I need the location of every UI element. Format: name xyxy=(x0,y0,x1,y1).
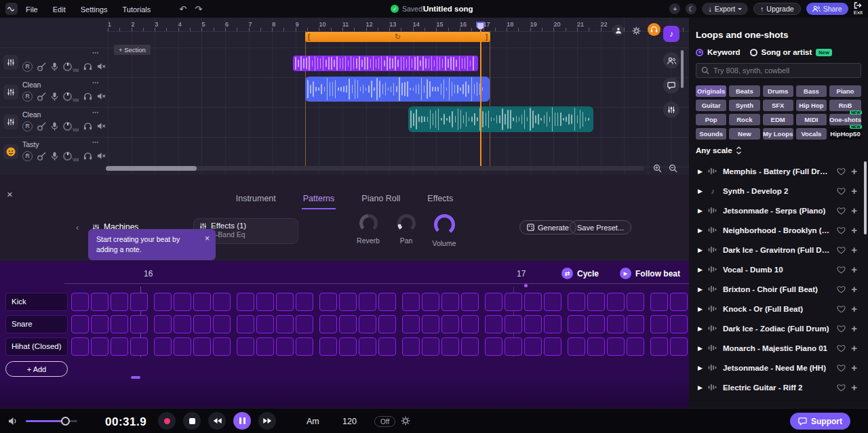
beat-cell[interactable] xyxy=(544,337,561,356)
guitar-icon[interactable] xyxy=(37,122,46,131)
category-beats[interactable]: Beats xyxy=(729,85,760,97)
beat-cell[interactable] xyxy=(256,315,274,333)
playhead[interactable] xyxy=(480,30,481,167)
beat-cell[interactable] xyxy=(607,337,625,356)
track-volume-knob[interactable] xyxy=(63,62,72,71)
beat-cell[interactable] xyxy=(130,315,148,333)
play-icon[interactable]: ▶ xyxy=(698,345,703,352)
solo-headphones-icon[interactable] xyxy=(83,62,92,71)
beat-cell[interactable] xyxy=(256,293,274,311)
loop-end-bracket[interactable]: ] xyxy=(486,33,488,41)
category-piano[interactable]: Piano xyxy=(829,85,861,97)
favorite-heart-icon[interactable] xyxy=(837,305,846,313)
walkthrough-button[interactable] xyxy=(612,24,624,36)
track-menu-icon[interactable]: ••• xyxy=(92,110,99,115)
track-header[interactable]: ••• R Vol xyxy=(0,47,106,77)
beat-cell[interactable] xyxy=(402,315,420,333)
beat-cell[interactable] xyxy=(524,337,542,356)
add-loop-icon[interactable]: + xyxy=(851,244,857,255)
track-menu-icon[interactable]: ••• xyxy=(92,80,99,85)
play-icon[interactable]: ▶ xyxy=(698,188,703,194)
beat-cell[interactable] xyxy=(130,293,148,311)
beat-cell[interactable] xyxy=(568,315,585,333)
beat-cell[interactable] xyxy=(544,293,561,311)
favorite-heart-icon[interactable] xyxy=(837,285,846,293)
knob-dial[interactable] xyxy=(397,214,416,232)
beat-cell[interactable] xyxy=(71,315,89,333)
loops-panel-button[interactable]: ♪ xyxy=(663,26,679,42)
play-icon[interactable]: ▶ xyxy=(698,365,703,371)
slider-thumb[interactable] xyxy=(61,417,70,426)
add-drum-row-button[interactable]: + Add xyxy=(5,361,68,377)
beat-cell[interactable] xyxy=(91,337,108,356)
track-instrument-icon[interactable] xyxy=(3,55,18,70)
beat-cell[interactable] xyxy=(339,293,357,311)
beat-cell[interactable] xyxy=(485,337,502,356)
beat-cell[interactable] xyxy=(568,337,585,356)
app-logo[interactable] xyxy=(5,3,18,15)
beat-cell[interactable] xyxy=(670,337,688,356)
loop-list-item[interactable]: ▶ Vocal - Dumb 10 + xyxy=(689,260,863,279)
cycle-button[interactable]: ⇄ Cycle xyxy=(561,268,599,279)
category-edm[interactable]: EDM xyxy=(763,114,793,125)
category-rock[interactable]: Rock xyxy=(729,114,760,125)
drum-row-label[interactable]: Hihat (Closed) xyxy=(5,337,68,356)
guitar-icon[interactable] xyxy=(37,92,46,101)
guitar-icon[interactable] xyxy=(37,152,46,161)
favorite-heart-icon[interactable] xyxy=(837,226,846,234)
tempo-bpm[interactable]: 120 xyxy=(342,417,357,426)
beat-cell[interactable] xyxy=(670,293,688,311)
beat-cell[interactable] xyxy=(213,315,231,333)
beat-cell[interactable] xyxy=(111,293,128,311)
reverb-knob[interactable]: Reverb xyxy=(349,214,387,245)
menu-file[interactable]: File xyxy=(26,5,38,14)
category-bass[interactable]: Bass xyxy=(796,85,827,97)
generate-button[interactable]: Generate xyxy=(519,220,576,234)
metronome-toggle[interactable]: Off xyxy=(374,416,395,427)
sidebar-scrollbar[interactable] xyxy=(864,161,867,234)
zoom-out-icon[interactable] xyxy=(669,164,677,173)
mute-icon[interactable] xyxy=(97,152,106,160)
beat-cell[interactable] xyxy=(213,337,231,356)
beat-cell[interactable] xyxy=(587,293,605,311)
loop-list-item[interactable]: ▶ Memphis - Battery (Full Drum B... + xyxy=(689,161,863,181)
add-loop-icon[interactable]: + xyxy=(851,362,857,373)
add-loop-icon[interactable]: + xyxy=(851,283,857,295)
beat-cell[interactable] xyxy=(461,315,479,333)
record-arm-button[interactable]: R xyxy=(22,151,33,161)
guitar-icon[interactable] xyxy=(37,62,46,71)
track-name[interactable]: Clean xyxy=(22,110,41,119)
theme-toggle-moon-icon[interactable]: ☾ xyxy=(686,3,696,14)
add-loop-icon[interactable]: + xyxy=(851,185,857,197)
track-volume-knob[interactable] xyxy=(63,152,72,161)
category-synth[interactable]: Synth xyxy=(729,100,760,111)
menu-settings[interactable]: Settings xyxy=(81,5,108,14)
mute-icon[interactable] xyxy=(97,62,106,70)
beat-cell[interactable] xyxy=(339,315,357,333)
beat-cell[interactable] xyxy=(174,293,191,311)
beat-cell[interactable] xyxy=(524,315,542,333)
beat-cell[interactable] xyxy=(154,315,172,333)
beat-cell[interactable] xyxy=(296,293,313,311)
record-arm-button[interactable]: R xyxy=(22,62,33,72)
beat-cell[interactable] xyxy=(193,337,211,356)
beat-cell[interactable] xyxy=(339,337,357,356)
beat-cell[interactable] xyxy=(174,315,191,333)
beat-cell[interactable] xyxy=(378,315,396,333)
timeline-ruler[interactable]: 12345678910111213141516171819202122 xyxy=(106,18,689,32)
beat-cell[interactable] xyxy=(237,337,254,356)
category-hip-hop[interactable]: Hip Hop xyxy=(796,100,827,111)
beat-cell[interactable] xyxy=(71,337,89,356)
play-icon[interactable]: ▶ xyxy=(698,384,703,391)
solo-headphones-icon[interactable] xyxy=(83,92,92,101)
horizontal-scrollbar[interactable] xyxy=(106,166,644,171)
favorite-heart-icon[interactable] xyxy=(837,384,846,392)
beat-cell[interactable] xyxy=(237,293,254,311)
beat-cell[interactable] xyxy=(607,293,625,311)
category-sounds[interactable]: Sounds xyxy=(696,128,726,140)
beat-cell[interactable] xyxy=(71,293,89,311)
category-new[interactable]: New xyxy=(729,128,760,140)
mic-icon[interactable] xyxy=(51,152,58,161)
category-my-loops[interactable]: My Loops xyxy=(763,128,793,140)
save-preset-button[interactable]: Save Preset... xyxy=(570,220,631,234)
